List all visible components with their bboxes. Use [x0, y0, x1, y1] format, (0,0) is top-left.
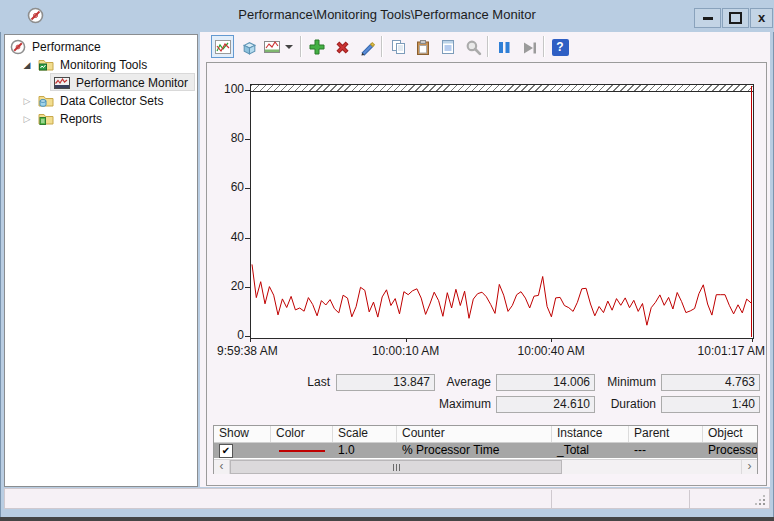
scale-cell: 1.0: [333, 443, 397, 458]
copy-properties-button[interactable]: [387, 36, 409, 58]
view-current-activity-button[interactable]: [211, 35, 234, 58]
x-axis-tick: [406, 338, 407, 342]
window-title: Performance\Monitoring Tools\Performance…: [0, 7, 774, 22]
y-axis-tick: [245, 287, 250, 288]
counter-row-selected[interactable]: ✔ 1.0 % Processor Time _Total --- Proces…: [214, 443, 757, 458]
y-axis-label: 0: [212, 328, 244, 342]
graph-type-dropdown-button[interactable]: [283, 36, 295, 58]
parent-cell: ---: [629, 443, 703, 458]
column-header-counter[interactable]: Counter: [397, 426, 552, 442]
add-plus-icon: [308, 38, 326, 56]
freeze-display-button[interactable]: [493, 36, 515, 58]
add-counter-button[interactable]: [306, 36, 328, 58]
toolbar-separator: [300, 36, 302, 57]
object-cell: Processor: [703, 443, 757, 458]
expanded-arrow-icon[interactable]: ◢: [21, 56, 33, 74]
column-header-color[interactable]: Color: [271, 426, 333, 442]
maximize-button[interactable]: [722, 8, 749, 28]
horizontal-scrollbar[interactable]: ‹ ›: [214, 459, 757, 474]
x-axis-tick: [250, 338, 251, 342]
view-log-data-button[interactable]: [238, 36, 260, 58]
minimize-icon: [703, 17, 713, 20]
stat-last-label: Last: [252, 374, 330, 391]
paste-clipboard-icon: [415, 39, 431, 56]
column-header-show[interactable]: Show: [214, 426, 271, 442]
y-axis-label: 60: [212, 180, 244, 194]
delete-x-icon: [334, 39, 351, 56]
y-axis-label: 80: [212, 131, 244, 145]
status-bar-separator: [551, 490, 552, 508]
toolbar-separator: [543, 36, 545, 57]
instance-cell: _Total: [552, 443, 629, 458]
performance-root-icon: [10, 39, 26, 55]
toolbar-separator: [487, 36, 489, 57]
stat-minimum-label: Minimum: [578, 374, 656, 391]
minimize-button[interactable]: [694, 8, 721, 28]
x-axis-label: 10:00:10 AM: [351, 344, 461, 358]
log-data-cube-icon: [241, 39, 258, 56]
delete-counter-button[interactable]: [331, 36, 353, 58]
performance-monitor-window: Performance\Monitoring Tools\Performance…: [0, 0, 774, 521]
scrollbar-thumb[interactable]: [230, 460, 562, 474]
pause-icon: [496, 39, 512, 56]
counter-list: Show Color Scale Counter Instance Parent…: [213, 425, 758, 474]
column-header-object[interactable]: Object: [703, 426, 757, 442]
y-axis-label: 40: [212, 230, 244, 244]
window-bottom-edge: [0, 517, 774, 521]
properties-button[interactable]: [437, 36, 459, 58]
update-data-button[interactable]: [518, 36, 540, 58]
stat-duration-label: Duration: [578, 396, 656, 413]
y-axis-label: 20: [212, 279, 244, 293]
x-axis-label: 10:00:40 AM: [496, 344, 606, 358]
help-icon: ?: [552, 39, 569, 56]
chevron-down-icon: [285, 45, 293, 49]
y-axis-tick: [245, 188, 250, 189]
stat-maximum-label: Maximum: [413, 396, 491, 413]
tree-item-label: Performance: [32, 38, 101, 56]
y-axis-tick: [245, 139, 250, 140]
highlight-button[interactable]: [356, 36, 378, 58]
color-cell: [271, 443, 333, 458]
paste-counter-list-button[interactable]: [412, 36, 434, 58]
column-header-scale[interactable]: Scale: [333, 426, 397, 442]
stat-duration-value: 1:40: [661, 396, 760, 413]
tree-item-label: Reports: [60, 110, 102, 128]
help-button[interactable]: ?: [549, 36, 571, 58]
x-axis-label: 9:59:38 AM: [217, 344, 327, 358]
zoom-button[interactable]: [462, 36, 484, 58]
highlight-pen-icon: [359, 39, 376, 56]
y-axis-tick: [245, 90, 250, 91]
resize-grip[interactable]: [755, 495, 766, 506]
performance-graph-plot: [250, 84, 754, 339]
data-collector-sets-folder-icon: [38, 93, 54, 109]
monitoring-tools-folder-icon: [38, 57, 54, 73]
change-graph-type-button[interactable]: [262, 36, 282, 58]
close-button[interactable]: x: [750, 8, 773, 28]
toolbar-separator: [381, 36, 383, 57]
stat-minimum-value: 4.763: [661, 374, 760, 391]
show-checkbox[interactable]: ✔: [219, 444, 233, 458]
counter-line-chart: [251, 85, 753, 338]
properties-page-icon: [440, 39, 456, 55]
stat-average-label: Average: [413, 374, 491, 391]
copy-icon: [390, 39, 406, 55]
column-header-parent[interactable]: Parent: [629, 426, 703, 442]
close-icon: x: [758, 13, 765, 23]
y-axis-label: 100: [212, 82, 244, 96]
counter-color-sample: [279, 450, 325, 452]
series-line: [252, 264, 751, 325]
status-bar: [4, 488, 770, 509]
step-forward-icon: [521, 39, 537, 56]
current-activity-chart-icon: [215, 39, 231, 55]
tree-item-label: Monitoring Tools: [60, 56, 147, 74]
y-axis-tick: [245, 238, 250, 239]
collapsed-arrow-icon[interactable]: ▷: [21, 92, 33, 110]
collapsed-arrow-icon[interactable]: ▷: [21, 110, 33, 128]
scroll-right-arrow[interactable]: ›: [741, 460, 757, 474]
scroll-left-arrow[interactable]: ‹: [214, 460, 230, 474]
counter-list-header: Show Color Scale Counter Instance Parent…: [214, 426, 757, 443]
column-header-instance[interactable]: Instance: [552, 426, 629, 442]
status-bar-separator: [689, 490, 690, 508]
magnifier-icon: [465, 39, 482, 56]
maximize-icon: [729, 12, 742, 24]
